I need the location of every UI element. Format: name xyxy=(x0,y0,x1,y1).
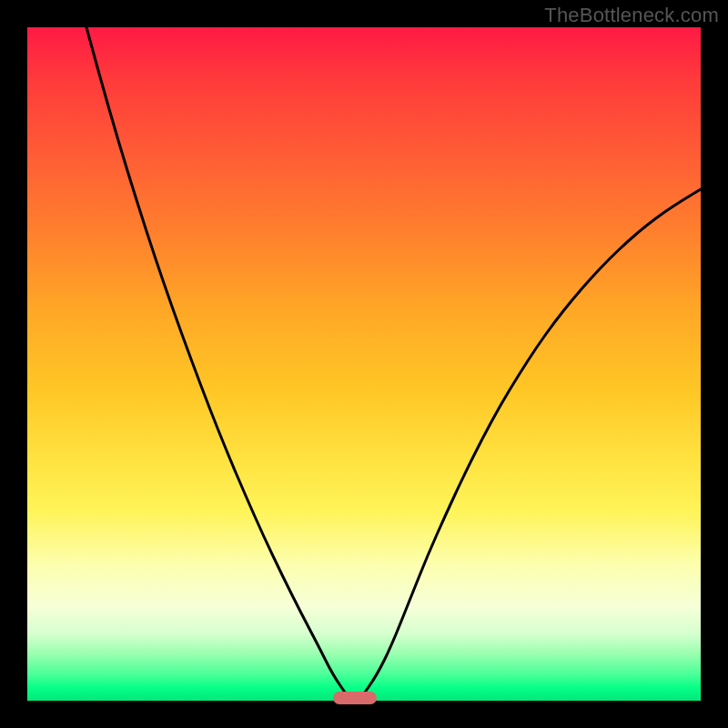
watermark-text: TheBottleneck.com xyxy=(544,4,719,27)
bottleneck-curve xyxy=(27,27,701,701)
plot-area xyxy=(27,27,701,701)
curve-left-branch xyxy=(86,27,348,696)
curve-right-branch xyxy=(362,189,701,696)
optimal-marker xyxy=(333,692,377,704)
outer-frame: TheBottleneck.com xyxy=(0,0,728,728)
